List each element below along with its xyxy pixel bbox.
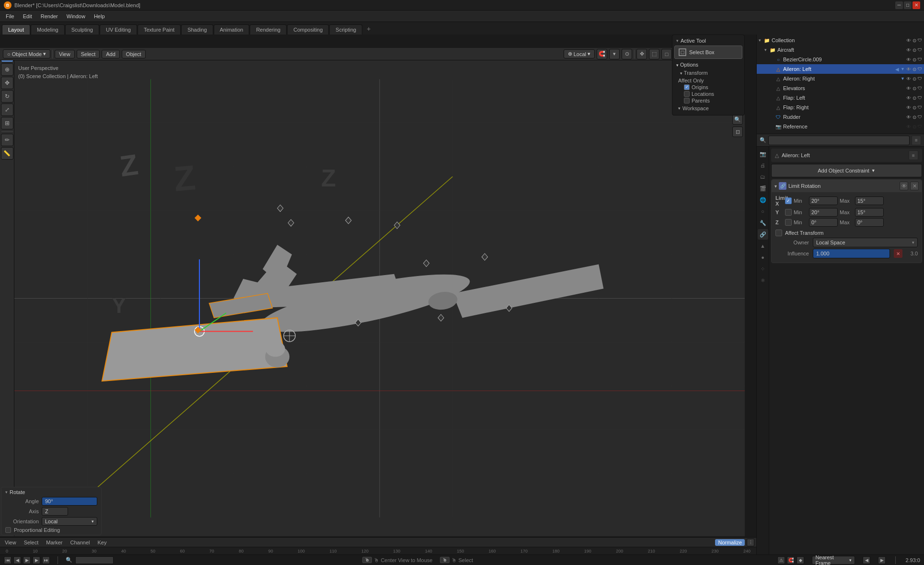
collection-root[interactable]: ▾ 📁 Collection 👁 ⊙ 🛡 <box>757 35 924 45</box>
proportional-edit-button[interactable]: ⊙ <box>622 49 632 59</box>
select-box-button[interactable]: □ Select Box <box>674 46 742 59</box>
tab-rendering[interactable]: Rendering <box>250 24 287 35</box>
tab-sculpting[interactable]: Sculpting <box>65 24 99 35</box>
limit-x-checkbox[interactable] <box>785 197 792 204</box>
transform-option[interactable]: ▾ Transform <box>676 69 740 77</box>
menu-edit[interactable]: Edit <box>19 12 36 20</box>
limit-y-min-field[interactable]: 20° <box>809 208 838 217</box>
tab-modeling[interactable]: Modeling <box>31 24 65 35</box>
timeline-view-menu[interactable]: View <box>2 539 19 546</box>
constraint-visibility-button[interactable]: 👁 <box>900 182 908 190</box>
material-properties-icon[interactable]: ● <box>758 252 768 263</box>
next-frame-button[interactable]: ▶ <box>33 556 40 564</box>
viewport-overlay-button[interactable]: ⬚ <box>649 49 659 59</box>
reference-visibility[interactable]: 👁 <box>906 124 911 129</box>
menu-window[interactable]: Window <box>63 12 89 20</box>
rudder-item[interactable]: ▸ 🛡 Rudder 👁 ⊙ 🛡 <box>757 112 924 122</box>
reference-item[interactable]: ▸ 📷 Reference 👁 ⊙ 🛡 <box>757 122 924 131</box>
transform-tool-button[interactable]: ⊞ <box>1 117 13 129</box>
play-button[interactable]: ▶ <box>23 556 31 564</box>
aileron-right-item[interactable]: ▸ △ Aileron: Right ▼ 👁 ⊙ 🛡 <box>757 74 924 83</box>
menu-render[interactable]: Render <box>37 12 62 20</box>
nearest-frame-dropdown[interactable]: Nearest Frame ▾ <box>812 556 855 565</box>
timeline-marker-menu[interactable]: Marker <box>43 539 65 546</box>
transform-space-button[interactable]: ⊕ Local ▾ <box>564 49 595 58</box>
snap-magnet-button[interactable]: 🧲 <box>597 49 607 59</box>
tab-uv-editing[interactable]: UV Editing <box>100 24 137 35</box>
constraint-close-button[interactable]: ✕ <box>910 182 919 190</box>
flap-right-visibility[interactable]: 👁 <box>906 105 911 110</box>
output-properties-icon[interactable]: 🖨 <box>758 160 768 171</box>
physics-properties-icon[interactable]: ⚛ <box>758 275 768 286</box>
tab-layout[interactable]: Layout <box>2 24 30 35</box>
flap-left-item[interactable]: ▸ △ Flap: Left 👁 ⊙ 🛡 <box>757 93 924 103</box>
affect-transform-checkbox[interactable] <box>775 230 782 236</box>
rudder-visibility[interactable]: 👁 <box>906 115 911 120</box>
snap-type-button[interactable]: ▾ <box>609 49 620 59</box>
rotate-tool-button[interactable]: ↻ <box>1 90 13 103</box>
timeline-channel-menu[interactable]: Channel <box>67 539 92 546</box>
select-menu[interactable]: Select <box>77 50 100 58</box>
data-properties-icon[interactable]: ▲ <box>758 241 768 251</box>
angle-field[interactable]: 90° <box>42 497 97 506</box>
collection-visibility[interactable]: 👁 <box>906 38 911 43</box>
aileron-left-item[interactable]: ▸ △ Aileron: Left ◀ ▼ 👁 ⊙ 🛡 <box>757 64 924 74</box>
timeline-key-menu[interactable]: Key <box>94 539 109 546</box>
modifier-properties-icon[interactable]: 🔧 <box>758 218 768 228</box>
add-menu[interactable]: Add <box>102 50 120 58</box>
add-workspace-button[interactable]: + <box>363 23 374 35</box>
warning-icon[interactable]: ⚠ <box>777 556 785 564</box>
timeline-ruler[interactable]: 0 10 20 30 40 50 60 70 80 90 100 110 120… <box>0 547 756 554</box>
bezier-item[interactable]: ▸ ○ BezierCircle.009 👁 ⊙ 🛡 <box>757 55 924 64</box>
flap-left-visibility[interactable]: 👁 <box>906 95 911 101</box>
jump-start-button[interactable]: ⏮ <box>4 556 12 564</box>
scene-properties-icon[interactable]: 🎬 <box>758 183 768 194</box>
view-menu[interactable]: View <box>55 50 75 58</box>
menu-help[interactable]: Help <box>90 12 109 20</box>
limit-z-min-field[interactable]: 0° <box>809 218 838 227</box>
timeline-select-menu[interactable]: Select <box>21 539 42 546</box>
minimize-button[interactable]: ─ <box>895 1 903 9</box>
move-tool-button[interactable]: ✥ <box>1 77 13 89</box>
constraint-filter-button[interactable]: ≡ <box>909 150 918 160</box>
snap-settings-button[interactable]: 🧲 <box>787 556 795 564</box>
add-object-constraint-button[interactable]: Add Object Constraint <box>771 164 922 177</box>
tab-texture-paint[interactable]: Texture Paint <box>138 24 181 35</box>
influence-reset-button[interactable]: ✕ <box>894 249 902 258</box>
keyframe-type-button[interactable]: ◆ <box>797 556 804 564</box>
properties-search-field[interactable] <box>768 136 910 145</box>
object-menu[interactable]: Object <box>122 50 146 58</box>
view-layer-properties-icon[interactable]: 🗂 <box>758 172 768 182</box>
prev-frame-button[interactable]: ◀ <box>13 556 21 564</box>
tab-animation[interactable]: Animation <box>214 24 250 35</box>
world-properties-icon[interactable]: 🌐 <box>758 195 768 205</box>
tab-compositing[interactable]: Compositing <box>287 24 329 35</box>
locations-checkbox[interactable] <box>684 91 690 97</box>
limit-x-max-field[interactable]: 15° <box>855 196 884 205</box>
axis-field[interactable]: Z <box>42 507 68 516</box>
cursor-tool-button[interactable]: ⊕ <box>1 63 13 76</box>
elevators-visibility[interactable]: 👁 <box>906 86 911 91</box>
orientation-field[interactable]: Local ▾ <box>42 517 97 526</box>
limit-y-max-field[interactable]: 15° <box>855 208 884 217</box>
close-button[interactable]: ✕ <box>912 1 920 9</box>
limit-z-max-field[interactable]: 0° <box>855 218 884 227</box>
mode-selector[interactable]: ○ Object Mode ▾ <box>3 49 50 58</box>
properties-filter-button[interactable]: ≡ <box>912 136 921 145</box>
next-keyframe-button[interactable]: ▶ <box>878 556 886 564</box>
scale-tool-button[interactable]: ⤢ <box>1 104 13 116</box>
particle-properties-icon[interactable]: ⁘ <box>758 264 768 274</box>
prev-keyframe-button[interactable]: ◀ <box>863 556 870 564</box>
constraint-enabled-check[interactable]: ▾ <box>774 184 777 189</box>
constraint-properties-icon[interactable]: 🔗 <box>758 229 768 240</box>
options-section-header[interactable]: ▾ Options <box>676 62 740 68</box>
annotate-tool-button[interactable]: ✏ <box>1 134 13 146</box>
jump-end-button[interactable]: ⏭ <box>42 556 50 564</box>
menu-file[interactable]: File <box>2 12 18 20</box>
aileron-right-visibility[interactable]: 👁 <box>906 76 911 81</box>
bezier-visibility[interactable]: 👁 <box>906 57 911 62</box>
owner-dropdown[interactable]: Local Space ▾ <box>813 238 918 247</box>
timeline-normalize-button[interactable]: Normalize <box>715 539 745 546</box>
local-view-button[interactable]: ⊡ <box>732 127 743 137</box>
active-tool-section-header[interactable]: ▾ Active Tool <box>674 37 742 45</box>
